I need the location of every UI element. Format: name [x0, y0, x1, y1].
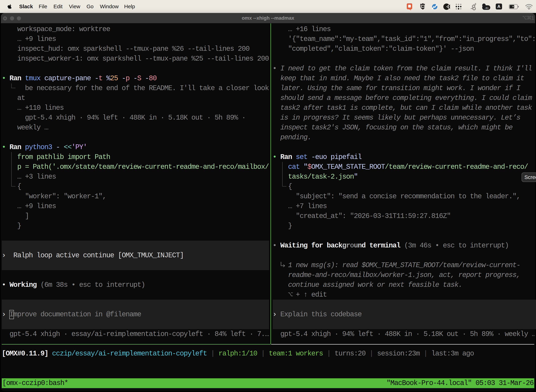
svg-text:..61: ..61	[484, 6, 488, 9]
